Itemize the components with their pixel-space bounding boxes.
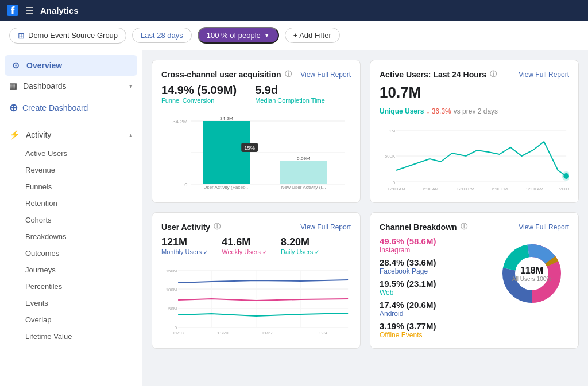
sidebar-item-activity[interactable]: ⚡ Activity ▴: [0, 124, 142, 145]
sidebar-sub-outcomes[interactable]: Outcomes: [0, 245, 142, 262]
instagram-pct: 49.6% (58.6M): [380, 236, 488, 246]
cross-channel-view-full[interactable]: View Full Report: [300, 71, 351, 79]
sidebar-activity-label: Activity: [26, 130, 51, 139]
sidebar-sub-retention[interactable]: Retention: [0, 195, 142, 212]
svg-text:6:00 PM: 6:00 PM: [492, 186, 508, 192]
svg-text:100M: 100M: [166, 287, 177, 293]
donut-lbl: All Users 100%: [512, 276, 551, 282]
sidebar-sub-events[interactable]: Events: [0, 295, 142, 311]
sidebar-item-overview[interactable]: ⊙ Overview: [5, 55, 137, 76]
sidebar-sub-percentiles[interactable]: Percentiles: [0, 278, 142, 295]
days-label: Last 28 days: [141, 31, 183, 40]
user-activity-title: User Activity ⓘ: [161, 222, 220, 232]
offline-name: Offline Events: [380, 331, 488, 339]
active-users-header: Active Users: Last 24 Hours ⓘ View Full …: [380, 69, 569, 79]
web-name: Web: [380, 288, 488, 297]
sidebar-dashboards-label: Dashboards: [23, 81, 67, 91]
svg-rect-7: [280, 161, 327, 184]
sidebar-sub-lifetime-value[interactable]: Lifetime Value: [0, 328, 142, 345]
svg-text:150M: 150M: [166, 268, 177, 274]
cross-channel-bar-chart: 34.2M 0 15% User Activity (Faceb... New …: [161, 115, 351, 190]
sidebar-item-dashboards[interactable]: ▦ Dashboards ▾: [0, 76, 142, 96]
svg-text:User Activity (Faceb...: User Activity (Faceb...: [203, 185, 249, 190]
sidebar-sub-active-users[interactable]: Active Users: [0, 145, 142, 162]
monthly-check-icon: ✓: [203, 249, 208, 255]
unique-users-label: Unique Users: [380, 107, 424, 115]
dashboards-chevron-icon: ▾: [129, 83, 133, 90]
breakdown-android: 17.4% (20.6M) Android: [380, 300, 488, 318]
svg-text:500K: 500K: [385, 154, 396, 159]
svg-text:12:00 PM: 12:00 PM: [457, 186, 474, 192]
offline-pct: 3.19% (3.77M): [380, 321, 488, 331]
svg-text:12:00 AM: 12:00 AM: [388, 186, 405, 192]
sidebar-create-dashboard[interactable]: ⊕ Create Dashboard: [0, 96, 142, 119]
overview-icon: ⊙: [10, 60, 21, 71]
active-users-line-chart: 1M 500K 0 12:00 AM 6:00 AM 12:00 PM 6:00…: [380, 124, 569, 193]
svg-text:6:00 AM: 6:00 AM: [423, 186, 439, 192]
change-vs: vs prev 2 days: [454, 107, 498, 115]
sidebar-sub-funnels[interactable]: Funnels: [0, 178, 142, 195]
source-label: Demo Event Source Group: [28, 31, 118, 40]
breakdown-web: 19.5% (23.1M) Web: [380, 279, 488, 297]
weekly-lbl: Weekly Users ✓: [222, 248, 267, 255]
cross-channel-card: Cross-channel user acquisition ⓘ View Fu…: [152, 60, 361, 203]
sidebar-sub-journeys[interactable]: Journeys: [0, 262, 142, 278]
channel-breakdown-card: Channel Breakdown ⓘ View Full Report 49.…: [370, 212, 579, 349]
facebook-logo-icon: [7, 5, 18, 16]
funnel-conversion-metric: 14.9% (5.09M) Funnel Conversion: [161, 84, 237, 104]
change-pct: ↓ 36.3%: [426, 107, 451, 115]
user-activity-info-icon: ⓘ: [214, 222, 220, 232]
sidebar-sub-breakdowns[interactable]: Breakdowns: [0, 228, 142, 245]
weekly-val: 41.6M: [222, 236, 267, 248]
active-users-info-icon: ⓘ: [490, 69, 497, 79]
channel-breakdown-info-icon: ⓘ: [461, 222, 467, 232]
channel-breakdown-body: 49.6% (58.6M) Instagram 28.4% (33.6M) Fa…: [380, 236, 569, 339]
svg-text:11/27: 11/27: [262, 330, 273, 336]
svg-point-21: [563, 173, 569, 179]
channel-breakdown-view-full[interactable]: View Full Report: [519, 223, 569, 231]
weekly-metric: 41.6M Weekly Users ✓: [222, 236, 267, 255]
chevron-down-icon: ▼: [264, 32, 270, 38]
svg-text:0: 0: [393, 180, 396, 185]
user-activity-header: User Activity ⓘ View Full Report: [161, 222, 351, 232]
user-activity-card: User Activity ⓘ View Full Report 121M Mo…: [152, 212, 361, 349]
svg-text:11/13: 11/13: [172, 330, 184, 336]
median-label: Median Completion Time: [255, 97, 325, 104]
svg-text:12/4: 12/4: [319, 330, 328, 336]
source-filter-button[interactable]: ⊞ Demo Event Source Group: [9, 28, 126, 44]
funnel-value: 14.9% (5.09M): [161, 84, 237, 97]
user-activity-view-full[interactable]: View Full Report: [300, 223, 351, 231]
daily-check-icon: ✓: [315, 249, 319, 255]
active-users-title: Active Users: Last 24 Hours ⓘ: [380, 69, 497, 79]
sidebar-sub-revenue[interactable]: Revenue: [0, 162, 142, 178]
channel-breakdown-title: Channel Breakdown ⓘ: [380, 222, 467, 232]
median-completion-metric: 5.9d Median Completion Time: [255, 84, 325, 104]
funnel-label: Funnel Conversion: [161, 97, 237, 104]
donut-chart: 118M All Users 100%: [494, 236, 569, 311]
sidebar-sub-overlap[interactable]: Overlap: [0, 311, 142, 328]
dashboards-icon: ▦: [9, 81, 17, 91]
active-users-view-full[interactable]: View Full Report: [519, 71, 569, 79]
daily-lbl: Daily Users ✓: [281, 248, 319, 255]
donut-val: 118M: [512, 266, 551, 276]
svg-text:6:00 AM: 6:00 AM: [559, 186, 569, 192]
android-name: Android: [380, 310, 488, 318]
main-layout: ⊙ Overview ▦ Dashboards ▾ ⊕ Create Dashb…: [0, 50, 588, 386]
sidebar-overview-label: Overview: [26, 61, 62, 70]
daily-metric: 8.20M Daily Users ✓: [281, 236, 319, 255]
median-value: 5.9d: [255, 84, 325, 97]
create-dashboard-label: Create Dashboard: [22, 103, 88, 112]
plus-icon: ⊕: [9, 102, 18, 114]
cross-channel-metrics: 14.9% (5.09M) Funnel Conversion 5.9d Med…: [161, 84, 351, 104]
people-filter-button[interactable]: 100 % of people ▼: [198, 27, 279, 44]
breakdown-offline: 3.19% (3.77M) Offline Events: [380, 321, 488, 339]
add-filter-button[interactable]: + Add Filter: [285, 28, 340, 43]
filter-bar: ⊞ Demo Event Source Group Last 28 days 1…: [0, 21, 588, 50]
sidebar-sub-cohorts[interactable]: Cohorts: [0, 212, 142, 228]
hamburger-icon[interactable]: ☰: [25, 5, 33, 16]
days-filter-button[interactable]: Last 28 days: [132, 28, 192, 43]
sidebar: ⊙ Overview ▦ Dashboards ▾ ⊕ Create Dashb…: [0, 50, 142, 386]
sidebar-divider: [0, 122, 142, 122]
monthly-val: 121M: [161, 236, 208, 248]
instagram-name: Instagram: [380, 246, 488, 254]
